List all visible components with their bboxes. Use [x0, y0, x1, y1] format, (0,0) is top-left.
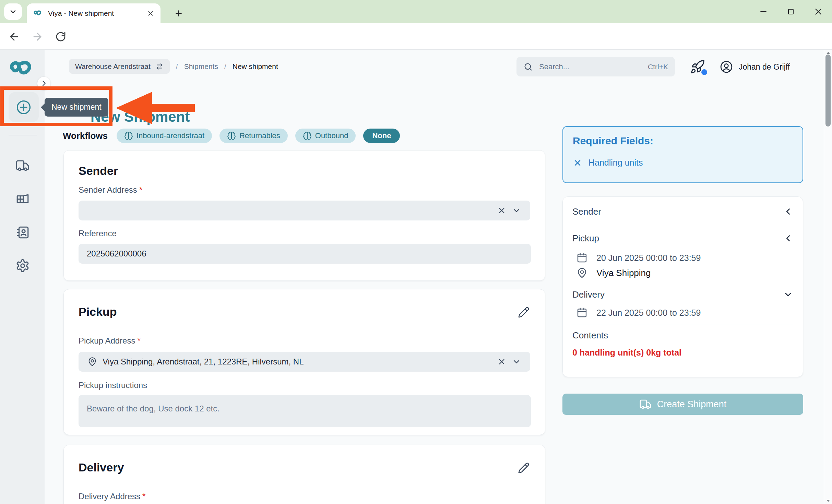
map-pin-icon: [577, 267, 587, 278]
window-controls: [750, 0, 832, 23]
edit-delivery-button[interactable]: [518, 462, 530, 475]
pickup-instructions-input[interactable]: [79, 395, 531, 427]
breadcrumb-shipments[interactable]: Shipments: [184, 62, 218, 71]
viya-logo[interactable]: [7, 59, 37, 80]
summary-delivery-label: Delivery: [572, 289, 605, 300]
workflow-pill-outbound[interactable]: Outbound: [295, 129, 356, 143]
workspace-switcher[interactable]: Warehouse Arendstraat: [69, 59, 170, 74]
workflow-pill-label: Inbound-arendstraat: [136, 131, 204, 140]
chevron-down-icon[interactable]: [512, 357, 521, 367]
pickup-address-label: Pickup Address*: [79, 336, 141, 346]
pickup-location-row: Viya Shipping: [577, 266, 651, 280]
clear-icon[interactable]: [497, 357, 506, 366]
reference-input[interactable]: [79, 244, 531, 264]
workflows-row: Workflows Inbound-arendstraat Returnable…: [63, 129, 400, 143]
truck-icon: [639, 398, 652, 410]
truck-icon: [15, 158, 30, 173]
workflow-pill-label: Outbound: [315, 131, 348, 140]
summary-sender-header[interactable]: Sender: [572, 204, 793, 219]
clear-icon[interactable]: [497, 206, 506, 215]
x-icon: [573, 158, 582, 168]
breadcrumb-separator: /: [224, 62, 226, 71]
pickup-instructions-label: Pickup instructions: [79, 381, 147, 390]
workflow-pill-inbound[interactable]: Inbound-arendstraat: [117, 129, 212, 143]
search-shortcut: Ctrl+K: [648, 63, 668, 71]
divider: [572, 283, 793, 283]
sender-address-label: Sender Address*: [79, 185, 142, 195]
annotation-arrow: [116, 91, 195, 125]
delivery-window-value: 22 Jun 2025 00:00 to 23:59: [596, 308, 701, 318]
summary-pickup-header[interactable]: Pickup: [572, 230, 793, 246]
notification-dot: [701, 69, 707, 75]
chevron-left-icon[interactable]: [783, 233, 793, 243]
required-field-item: Handling units: [573, 158, 643, 168]
workflow-pill-none[interactable]: None: [363, 129, 400, 143]
pickup-card: Pickup Pickup Address* Viya Shipping, Ar…: [63, 289, 545, 435]
calendar-icon: [577, 307, 587, 318]
whats-new-button[interactable]: [690, 59, 706, 76]
sender-card: Sender Sender Address* Reference: [63, 150, 545, 281]
sender-address-select[interactable]: [79, 201, 530, 220]
sidebar-item-containers[interactable]: [15, 192, 30, 206]
pickup-address-value: Viya Shipping, Arendstraat, 21, 1223RE, …: [103, 357, 492, 367]
pickup-window-value: 20 Jun 2025 00:00 to 23:59: [596, 253, 701, 263]
breadcrumb-current: New shipment: [233, 62, 278, 71]
tab-search-button[interactable]: [4, 3, 22, 20]
container-icon: [15, 192, 30, 206]
search-icon: [523, 62, 533, 72]
breadcrumb-separator: /: [176, 62, 178, 71]
required-fields-panel: Required Fields: Handling units: [562, 126, 803, 183]
pickup-address-select[interactable]: Viya Shipping, Arendstraat, 21, 1223RE, …: [79, 352, 530, 372]
user-name: Johan de Grijff: [739, 62, 790, 72]
user-menu[interactable]: Johan de Grijff: [720, 60, 790, 74]
contents-warning: 0 handling unit(s) 0kg total: [572, 348, 681, 358]
gear-icon: [15, 259, 30, 273]
viya-favicon: [33, 10, 43, 17]
annotation-tooltip: New shipment: [45, 98, 108, 117]
reference-label: Reference: [79, 229, 117, 238]
edit-pickup-button[interactable]: [518, 307, 530, 319]
reload-button[interactable]: [54, 30, 67, 43]
scrollbar-thumb[interactable]: [825, 55, 831, 127]
browser-window: Viya - New shipment present.viyatest.it/…: [0, 0, 832, 504]
back-button[interactable]: [8, 30, 21, 43]
chevron-down-icon[interactable]: [783, 289, 793, 300]
chevron-down-icon[interactable]: [512, 206, 521, 215]
shipment-summary-card: Sender Pickup 20 Jun 2025 00:00 to 23:59…: [562, 196, 803, 377]
calendar-icon: [577, 252, 587, 263]
page-scrollbar[interactable]: [824, 50, 832, 504]
create-shipment-label: Create Shipment: [657, 399, 727, 410]
delivery-address-label: Delivery Address*: [79, 492, 145, 501]
browser-toolbar: present.viyatest.it/shipment/new J: [0, 23, 832, 50]
browser-tab[interactable]: Viya - New shipment: [27, 3, 161, 23]
workflow-pill-returnables[interactable]: Returnables: [219, 129, 288, 143]
pencil-icon: [518, 307, 530, 318]
chevron-left-icon[interactable]: [783, 206, 793, 217]
sidebar-item-shipments[interactable]: [15, 158, 30, 173]
workflows-label: Workflows: [63, 131, 108, 141]
summary-sender-label: Sender: [572, 206, 601, 217]
minimize-button[interactable]: [750, 0, 777, 23]
tab-close-icon[interactable]: [147, 10, 154, 17]
sidebar-item-settings[interactable]: [15, 259, 30, 273]
new-tab-button[interactable]: [171, 6, 186, 21]
breadcrumb: Warehouse Arendstraat / Shipments / New …: [69, 59, 278, 74]
global-search[interactable]: Ctrl+K: [516, 57, 675, 76]
pencil-icon: [518, 462, 530, 474]
divider: [572, 324, 793, 324]
delivery-title: Delivery: [79, 461, 124, 474]
create-shipment-button[interactable]: Create Shipment: [562, 394, 803, 415]
brain-icon: [303, 131, 312, 140]
sidebar-item-contacts[interactable]: [15, 225, 30, 240]
maximize-button[interactable]: [777, 0, 805, 23]
pickup-location-value: Viya Shipping: [596, 268, 651, 278]
scroll-down-icon[interactable]: [826, 499, 831, 503]
swap-icon: [155, 62, 164, 71]
summary-pickup-label: Pickup: [572, 233, 599, 244]
workspace-name: Warehouse Arendstraat: [75, 62, 151, 71]
close-window-button[interactable]: [805, 0, 832, 23]
search-input[interactable]: [538, 62, 642, 72]
summary-delivery-header[interactable]: Delivery: [572, 287, 793, 302]
forward-button[interactable]: [31, 30, 44, 43]
workflow-pill-label: Returnables: [239, 131, 280, 140]
